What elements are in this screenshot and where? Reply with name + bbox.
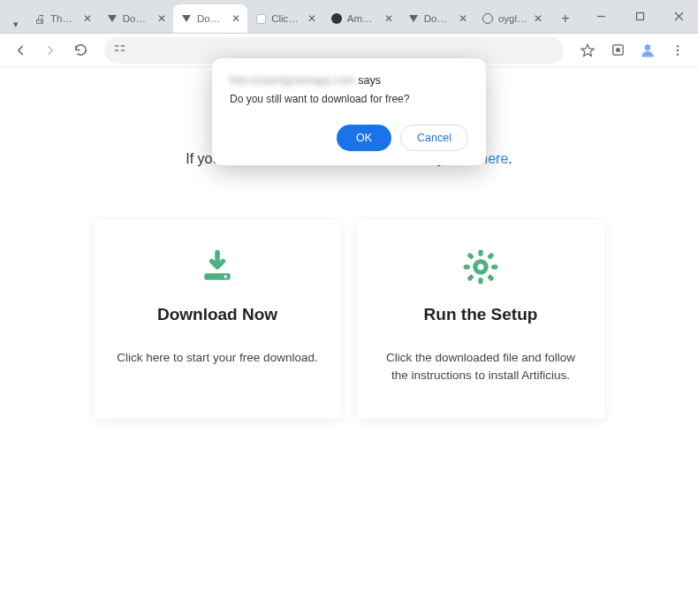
dialog-origin: free.instantgreenapp.com says [230, 74, 468, 87]
tab-label: Downloa… [197, 13, 225, 24]
tab-label: Downloa… [123, 13, 151, 24]
menu-button[interactable] [664, 37, 691, 64]
favicon [330, 12, 343, 25]
close-icon[interactable]: ✕ [532, 12, 544, 25]
svg-rect-22 [464, 264, 470, 269]
ok-button[interactable]: OK [337, 125, 391, 151]
svg-point-15 [677, 45, 679, 47]
svg-rect-10 [121, 45, 125, 46]
favicon: 🖨 [34, 12, 46, 25]
setup-card-desc: Click the downloaded file and follow the… [378, 349, 583, 385]
svg-rect-21 [478, 278, 482, 284]
favicon [254, 12, 267, 25]
close-window-button[interactable] [659, 0, 698, 33]
tab-label: oyglk.flar… [498, 13, 527, 24]
window-controls [581, 0, 698, 33]
download-status-suffix: . [508, 151, 512, 166]
dialog-origin-host: free.instantgreenapp.com [230, 74, 355, 87]
close-icon[interactable]: ✕ [230, 12, 242, 25]
close-icon[interactable]: ✕ [81, 12, 94, 25]
dialog-message: Do you still want to download for free? [230, 93, 468, 105]
browser-tab[interactable]: Downloa… ✕ [99, 4, 173, 33]
minimize-button[interactable] [581, 0, 620, 33]
svg-rect-8 [115, 45, 118, 46]
tab-label: Downloa… [424, 13, 452, 24]
tab-search-button[interactable]: ▾ [5, 19, 27, 30]
svg-rect-25 [487, 252, 495, 260]
svg-rect-9 [115, 49, 118, 50]
maximize-button[interactable] [620, 0, 659, 33]
setup-card-title: Run the Setup [424, 305, 538, 324]
close-icon[interactable]: ✕ [306, 12, 318, 25]
svg-point-19 [224, 275, 227, 278]
download-icon [198, 245, 237, 289]
svg-point-17 [677, 53, 679, 55]
dialog-buttons: OK Cancel [230, 125, 468, 151]
new-tab-button[interactable]: + [553, 6, 578, 31]
tab-strip: 🖨 The Pirate ✕ Downloa… ✕ Downloa… ✕ Cli… [27, 3, 550, 33]
site-settings-icon[interactable] [113, 42, 126, 58]
setup-card: Run the Setup Click the downloaded file … [357, 220, 604, 419]
forward-button[interactable] [37, 37, 64, 64]
close-icon[interactable]: ✕ [156, 12, 168, 25]
svg-rect-23 [491, 264, 497, 269]
svg-rect-27 [487, 274, 495, 282]
svg-point-14 [645, 44, 651, 50]
javascript-dialog: free.instantgreenapp.com says Do you sti… [212, 58, 486, 165]
close-icon[interactable]: ✕ [383, 12, 395, 25]
svg-rect-11 [121, 49, 125, 50]
tab-label: Click Allo… [271, 13, 301, 24]
extensions-button[interactable] [604, 37, 631, 64]
svg-rect-20 [478, 250, 482, 256]
svg-point-16 [677, 49, 679, 50]
browser-tab[interactable]: Click Allo… ✕ [247, 4, 323, 33]
download-card-desc: Click here to start your free download. [117, 349, 317, 367]
cards-row: Download Now Click here to start your fr… [0, 220, 698, 419]
browser-tab[interactable]: 🖨 The Pirate ✕ [27, 4, 99, 33]
tab-label: American… [347, 13, 378, 24]
svg-rect-26 [467, 274, 474, 282]
tab-label: The Pirate [50, 13, 77, 24]
browser-tab[interactable]: oyglk.flar… ✕ [474, 4, 550, 33]
download-icon [180, 12, 193, 25]
browser-tab[interactable]: Downloa… ✕ [400, 4, 474, 33]
back-button[interactable] [7, 37, 34, 64]
bookmark-button[interactable] [574, 37, 601, 64]
browser-tab-active[interactable]: Downloa… ✕ [173, 4, 247, 33]
reload-button[interactable] [67, 37, 94, 64]
close-icon[interactable]: ✕ [457, 12, 469, 25]
globe-icon [482, 12, 494, 25]
gear-icon [462, 245, 499, 289]
svg-rect-13 [616, 48, 619, 51]
download-card-title: Download Now [157, 305, 277, 324]
titlebar: ▾ 🖨 The Pirate ✕ Downloa… ✕ Downloa… ✕ C… [0, 0, 698, 34]
download-icon [106, 12, 118, 25]
browser-tab[interactable]: American… ✕ [323, 4, 400, 33]
download-icon [407, 12, 420, 25]
profile-button[interactable] [634, 37, 661, 64]
svg-rect-5 [636, 12, 643, 19]
cancel-button[interactable]: Cancel [400, 125, 468, 151]
dialog-origin-suffix: says [355, 74, 381, 87]
download-card[interactable]: Download Now Click here to start your fr… [94, 220, 341, 419]
svg-rect-24 [467, 252, 474, 260]
